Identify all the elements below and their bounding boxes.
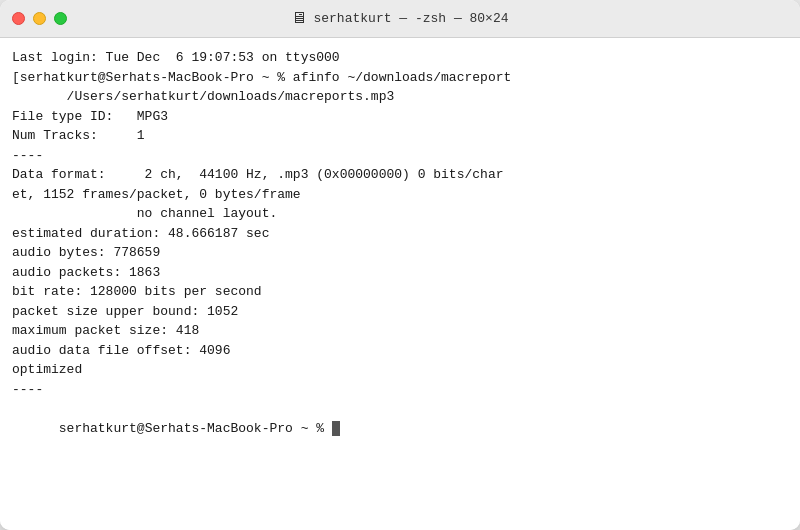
terminal-line: optimized	[12, 360, 788, 380]
terminal-line: ----	[12, 380, 788, 400]
title-bar: 🖥 serhatkurt — -zsh — 80×24	[0, 0, 800, 38]
cursor	[332, 421, 340, 436]
window-title: serhatkurt — -zsh — 80×24	[313, 11, 508, 26]
terminal-prompt-line: serhatkurt@Serhats-MacBook-Pro ~ %	[12, 399, 788, 458]
terminal-line: ----	[12, 146, 788, 166]
maximize-button[interactable]	[54, 12, 67, 25]
terminal-line: audio data file offset: 4096	[12, 341, 788, 361]
prompt-text: serhatkurt@Serhats-MacBook-Pro ~ %	[59, 421, 332, 436]
terminal-icon: 🖥	[291, 9, 307, 28]
traffic-lights	[12, 12, 67, 25]
terminal-line: audio packets: 1863	[12, 263, 788, 283]
terminal-line: no channel layout.	[12, 204, 788, 224]
terminal-line: packet size upper bound: 1052	[12, 302, 788, 322]
terminal-body[interactable]: Last login: Tue Dec 6 19:07:53 on ttys00…	[0, 38, 800, 530]
title-bar-text: 🖥 serhatkurt — -zsh — 80×24	[291, 9, 508, 28]
terminal-line: maximum packet size: 418	[12, 321, 788, 341]
terminal-window: 🖥 serhatkurt — -zsh — 80×24 Last login: …	[0, 0, 800, 530]
close-button[interactable]	[12, 12, 25, 25]
terminal-line: Data format: 2 ch, 44100 Hz, .mp3 (0x000…	[12, 165, 788, 185]
terminal-line: [serhatkurt@Serhats-MacBook-Pro ~ % afin…	[12, 68, 788, 88]
terminal-line: Num Tracks: 1	[12, 126, 788, 146]
terminal-line: estimated duration: 48.666187 sec	[12, 224, 788, 244]
terminal-line: audio bytes: 778659	[12, 243, 788, 263]
terminal-line: et, 1152 frames/packet, 0 bytes/frame	[12, 185, 788, 205]
terminal-line: Last login: Tue Dec 6 19:07:53 on ttys00…	[12, 48, 788, 68]
terminal-line: File type ID: MPG3	[12, 107, 788, 127]
terminal-line: bit rate: 128000 bits per second	[12, 282, 788, 302]
terminal-line: /Users/serhatkurt/downloads/macreports.m…	[12, 87, 788, 107]
minimize-button[interactable]	[33, 12, 46, 25]
